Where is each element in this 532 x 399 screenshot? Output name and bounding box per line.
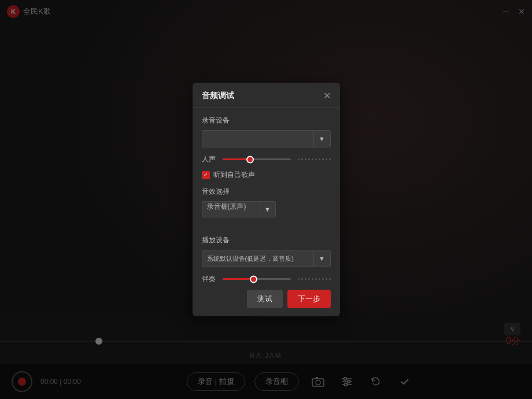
- effect-select-display: 录音棚(原声): [202, 201, 260, 217]
- voice-slider-dots: [298, 158, 331, 160]
- dialog-close-button[interactable]: ✕: [323, 91, 331, 101]
- effect-section-label: 音效选择: [202, 187, 331, 197]
- playback-device-display: 系统默认设备(低延迟，高音质): [202, 250, 313, 267]
- voice-slider-thumb[interactable]: [246, 156, 254, 163]
- audio-debug-dialog: 音频调试 ✕ 录音设备 ▼ 人声: [193, 83, 340, 316]
- listen-checkbox[interactable]: [202, 171, 210, 179]
- dialog-title: 音频调试: [202, 91, 234, 101]
- recording-device-label: 录音设备: [202, 116, 331, 125]
- recording-device-row: ▼: [202, 130, 331, 147]
- modal-overlay: 音频调试 ✕ 录音设备 ▼ 人声: [0, 0, 532, 399]
- accompaniment-slider-track[interactable]: [223, 278, 291, 280]
- test-button[interactable]: 测试: [247, 290, 283, 308]
- listen-checkbox-label: 听到自己歌声: [213, 170, 255, 180]
- accompaniment-slider-dots: [298, 278, 331, 280]
- recording-device-input: [202, 130, 313, 147]
- recording-device-dropdown-button[interactable]: ▼: [313, 130, 331, 147]
- playback-device-dropdown-button[interactable]: ▼: [313, 250, 331, 267]
- accompaniment-slider-row: 伴奏: [202, 274, 331, 284]
- voice-slider-row: 人声: [202, 154, 331, 164]
- dialog-header: 音频调试 ✕: [193, 83, 340, 108]
- listen-checkbox-row[interactable]: 听到自己歌声: [202, 170, 331, 180]
- accompaniment-label: 伴奏: [202, 274, 218, 284]
- voice-label: 人声: [202, 154, 218, 164]
- dialog-body: 录音设备 ▼ 人声: [193, 108, 340, 316]
- playback-device-row: 系统默认设备(低延迟，高音质) ▼: [202, 250, 331, 267]
- accompaniment-slider-fill: [223, 278, 250, 280]
- action-buttons-row: 测试 下一步: [202, 290, 331, 308]
- dialog-divider: [202, 227, 331, 227]
- playback-device-label: 播放设备: [202, 235, 331, 245]
- effect-dropdown-button[interactable]: ▼: [260, 201, 276, 217]
- voice-slider-track[interactable]: [223, 158, 291, 160]
- accompaniment-slider-thumb[interactable]: [250, 275, 257, 283]
- next-button[interactable]: 下一步: [287, 290, 331, 308]
- effect-row: 录音棚(原声) ▼: [202, 201, 331, 217]
- voice-slider-fill: [223, 158, 246, 160]
